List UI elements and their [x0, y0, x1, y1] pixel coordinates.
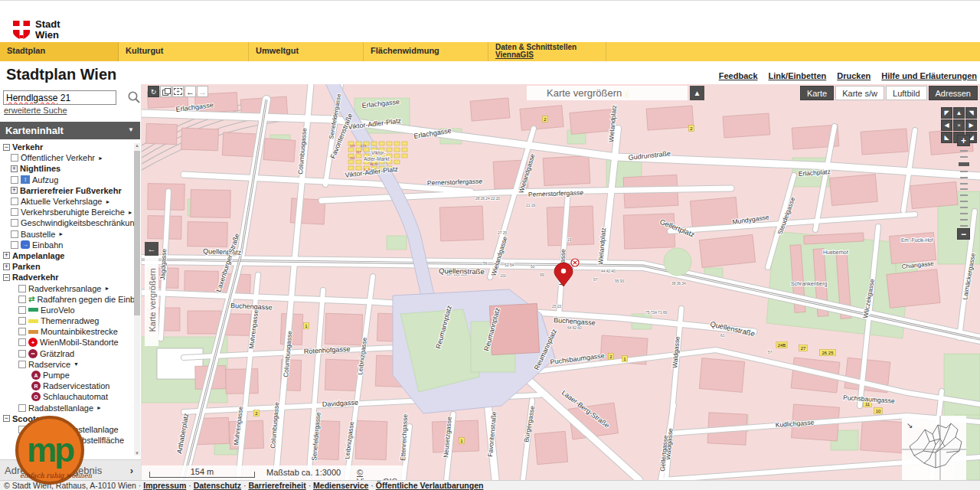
- layer-checkbox[interactable]: [18, 350, 26, 358]
- pan-nw-icon[interactable]: ◤: [941, 107, 952, 119]
- layer-checkbox[interactable]: [11, 208, 18, 216]
- layer-item[interactable]: +WienMobil-Standorte: [0, 337, 135, 348]
- pan-mode-icon[interactable]: ↻: [148, 86, 159, 97]
- select-extent-icon[interactable]: [160, 86, 172, 97]
- layer-label[interactable]: Verkehrsberuhigte Bereiche: [21, 207, 125, 217]
- layer-item[interactable]: +Ampelanlage: [0, 250, 135, 261]
- layer-checkbox[interactable]: [11, 219, 18, 227]
- layer-label[interactable]: Mountainbikestrecke: [41, 327, 118, 336]
- layer-label[interactable]: WienMobil-Standorte: [40, 338, 119, 347]
- layer-label[interactable]: Aufzug: [32, 175, 58, 185]
- layer-checkbox[interactable]: [11, 230, 18, 238]
- zoom-slider-handle[interactable]: [959, 162, 969, 166]
- expand-icon[interactable]: +: [11, 187, 18, 194]
- layer-label[interactable]: Aktuelle Verkehrslage: [21, 197, 102, 206]
- tab-flaechenwidmung[interactable]: Flächenwidmung: [364, 42, 488, 61]
- layer-item[interactable]: ⇄Radfahren gegen die Einbahn: [0, 294, 135, 305]
- barrierefreiheit-link[interactable]: Barrierefreiheit: [248, 481, 305, 490]
- layer-checkbox[interactable]: [18, 306, 26, 314]
- layer-checkbox[interactable]: [18, 285, 26, 292]
- tab-kulturgut[interactable]: Kulturgut: [119, 42, 249, 61]
- basemap-luftbild-button[interactable]: Luftbild: [886, 86, 926, 100]
- tab-stadtplan[interactable]: Stadtplan: [0, 42, 119, 61]
- layer-label[interactable]: Barrierefreier Fußverkehr: [20, 186, 122, 195]
- layer-label[interactable]: Radabstellanlage: [28, 403, 93, 413]
- layer-item[interactable]: −Verkehr: [0, 142, 135, 152]
- collapse-left-icon[interactable]: ←: [145, 242, 158, 256]
- layer-checkbox[interactable]: [11, 198, 18, 205]
- zoom-out-button[interactable]: −: [957, 228, 970, 240]
- layer-checkbox[interactable]: [18, 328, 26, 335]
- layer-checkbox[interactable]: [18, 317, 26, 325]
- tab-daten-schnittstellen[interactable]: Daten & Schnittstellen ViennaGIS: [488, 42, 606, 61]
- layer-label[interactable]: Baustelle: [21, 230, 55, 239]
- zoom-slider[interactable]: [959, 150, 969, 227]
- layer-item[interactable]: Radservice▼: [0, 359, 135, 370]
- layer-label[interactable]: Radservice: [28, 360, 70, 369]
- layer-label[interactable]: Einbahn: [32, 240, 63, 250]
- layer-item[interactable]: EuroVelo: [0, 305, 135, 315]
- layer-item[interactable]: Aktuelle Verkehrslage►: [0, 196, 135, 207]
- pan-sw-icon[interactable]: ◣: [941, 132, 952, 143]
- basemap-karte-button[interactable]: Karte: [800, 86, 834, 100]
- layer-label[interactable]: Verkehr: [12, 142, 43, 152]
- layer-label[interactable]: Schlauchautomat: [43, 392, 108, 401]
- layer-item[interactable]: Baustelle►: [0, 229, 135, 240]
- feedback-link[interactable]: Feedback: [719, 71, 758, 80]
- medienservice-link[interactable]: Medienservice: [313, 481, 368, 490]
- layer-label[interactable]: Öffentlicher Verkehr: [21, 153, 95, 162]
- inset-toggle-arrow-icon[interactable]: ↘: [906, 421, 913, 430]
- scroll-down-icon[interactable]: ▼: [134, 451, 140, 456]
- zoom-box-icon[interactable]: +: [172, 86, 184, 97]
- layer-label[interactable]: Pumpe: [43, 371, 70, 380]
- basemap-karte-sw-button[interactable]: Karte s/w: [835, 86, 884, 100]
- map-canvas[interactable]: 125123117114102 8565 7074 16 1521224B272…: [142, 84, 980, 480]
- layer-item[interactable]: →Einbahn: [0, 240, 135, 250]
- layer-checkbox[interactable]: [11, 154, 18, 162]
- layer-item[interactable]: APumpe: [0, 370, 135, 381]
- layer-item[interactable]: ↕Aufzug: [0, 175, 135, 185]
- layer-item[interactable]: Verkehrsberuhigte Bereiche►: [0, 207, 135, 217]
- datenschutz-link[interactable]: Datenschutz: [194, 481, 241, 490]
- layer-item[interactable]: +Parken: [0, 261, 135, 272]
- pan-e-icon[interactable]: ▶: [965, 119, 977, 131]
- submenu-arrow-icon[interactable]: ►: [104, 286, 109, 291]
- layer-item[interactable]: +Barrierefreier Fußverkehr: [0, 185, 135, 196]
- layer-item[interactable]: −Radverkehr: [0, 272, 135, 283]
- pan-w-icon[interactable]: ◀: [941, 119, 952, 131]
- layer-item[interactable]: Öffentlicher Verkehr►: [0, 152, 135, 163]
- collapse-icon[interactable]: −: [3, 144, 10, 151]
- layer-item[interactable]: Geschwindigkeitsbeschränkung►: [0, 217, 135, 228]
- viennagis-copyright-link[interactable]: © ViennaGIS: [357, 468, 406, 480]
- layer-item[interactable]: Radverkehrsanlage►: [0, 283, 135, 293]
- advanced-search-link[interactable]: erweiterte Suche: [4, 106, 67, 115]
- expand-icon[interactable]: +: [3, 252, 10, 259]
- submenu-arrow-icon[interactable]: ►: [128, 210, 133, 215]
- submenu-open-icon[interactable]: ▼: [74, 361, 79, 367]
- layer-item[interactable]: OSchlauchautomat: [0, 391, 135, 402]
- hilfe-link[interactable]: Hilfe und Erläuterungen: [881, 71, 977, 80]
- submenu-arrow-icon[interactable]: ►: [96, 405, 102, 410]
- layer-item[interactable]: Mountainbikestrecke: [0, 326, 135, 337]
- search-icon[interactable]: [122, 90, 138, 105]
- overview-inset-map[interactable]: ↘: [902, 416, 966, 480]
- impressum-link[interactable]: Impressum: [143, 481, 186, 490]
- layer-label[interactable]: Themenradweg: [41, 316, 99, 325]
- layer-checkbox[interactable]: [11, 176, 18, 184]
- layer-checkbox[interactable]: [18, 361, 26, 368]
- layer-label[interactable]: Radfahren gegen die Einbahn: [37, 295, 135, 304]
- layer-label[interactable]: Geschwindigkeitsbeschränkung: [21, 218, 135, 227]
- pan-ne-icon[interactable]: ◥: [965, 107, 977, 119]
- close-result-icon[interactable]: [571, 259, 579, 266]
- tree-scrollbar[interactable]: ▲ ▼: [134, 143, 140, 456]
- expand-icon[interactable]: +: [11, 165, 18, 172]
- layer-label[interactable]: EuroVelo: [41, 305, 75, 315]
- layer-label[interactable]: Ampelanlage: [12, 251, 64, 260]
- zoom-in-button[interactable]: +: [957, 135, 970, 146]
- layer-label[interactable]: Parken: [12, 262, 41, 271]
- scroll-up-icon[interactable]: ▲: [134, 143, 140, 148]
- next-extent-icon[interactable]: →: [197, 86, 208, 97]
- previous-extent-icon[interactable]: ←: [185, 86, 196, 97]
- layer-label[interactable]: Radverkehr: [12, 273, 59, 282]
- submenu-arrow-icon[interactable]: ►: [105, 199, 110, 204]
